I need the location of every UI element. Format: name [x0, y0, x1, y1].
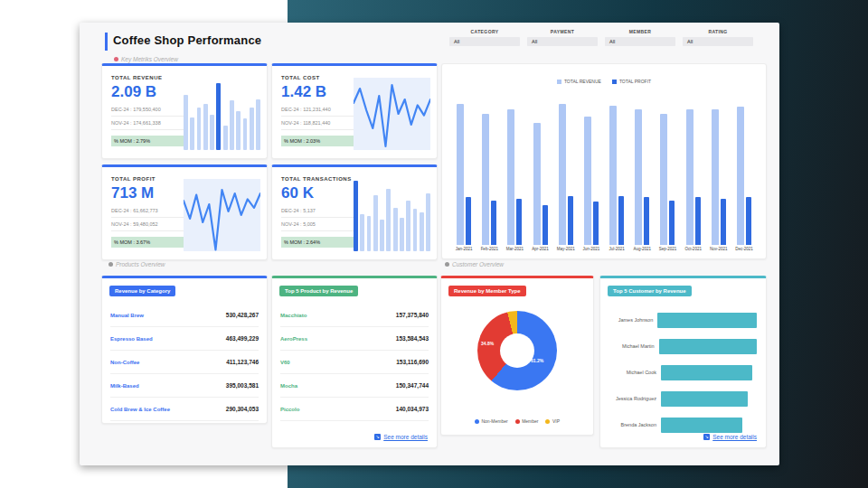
- revenue-bar[interactable]: [457, 104, 464, 245]
- x-axis-label: Aug-2021: [629, 247, 655, 251]
- bar-group-Apr-2021[interactable]: [528, 99, 553, 245]
- legend-swatch-profit-icon: [612, 80, 617, 84]
- revenue-bar[interactable]: [559, 104, 566, 245]
- revenue-bar[interactable]: [609, 106, 617, 245]
- revenue-bar[interactable]: [686, 109, 693, 245]
- revenue-bar[interactable]: [660, 114, 667, 245]
- kpi-value: 713 M: [111, 184, 154, 202]
- x-axis-label: Jan-2021: [451, 247, 476, 251]
- table-row: Macchiato157,375,840: [280, 304, 429, 327]
- top-customer-card: Top 5 Customer by Revenue James JohnsonM…: [599, 276, 767, 448]
- profit-bar[interactable]: [669, 201, 675, 245]
- customer-name: Brenda Jackson: [608, 422, 661, 428]
- spark-bar: [216, 83, 221, 150]
- donut-legend: Non-Member Member VIP: [441, 418, 593, 424]
- profit-bar[interactable]: [695, 197, 701, 245]
- kpi-current-month: DEC-24 : 121,231,440: [281, 107, 355, 117]
- customer-revenue-bar[interactable]: [657, 313, 757, 328]
- profit-bar[interactable]: [721, 199, 726, 245]
- customer-revenue-bar[interactable]: [661, 391, 748, 407]
- chart-plot-area: [451, 99, 757, 245]
- title-accent-bar: [105, 33, 108, 51]
- bar-group-Nov-2021[interactable]: [706, 99, 731, 245]
- customer-revenue-bar[interactable]: [661, 418, 742, 433]
- bar-group-Jul-2021[interactable]: [604, 99, 629, 245]
- spark-bar: [380, 220, 384, 251]
- profit-bar[interactable]: [568, 196, 573, 245]
- revenue-bar[interactable]: [533, 123, 541, 245]
- bar-group-May-2021[interactable]: [553, 99, 579, 245]
- legend-member: Member: [515, 418, 539, 424]
- kpi-mom-change: % MOM : 2.64%: [281, 237, 356, 248]
- revenue-bar[interactable]: [482, 114, 489, 245]
- revenue-sparkline-bars[interactable]: [184, 78, 260, 150]
- filter-rating: RATING All: [683, 29, 753, 46]
- bar-group-Sep-2021[interactable]: [655, 99, 680, 245]
- profit-bar[interactable]: [593, 202, 599, 245]
- dashboard: Coffee Shop Performance Key Metriks Over…: [80, 23, 779, 465]
- revenue-bar[interactable]: [584, 117, 591, 245]
- customer-see-more-link[interactable]: ↘ See more details: [703, 434, 757, 440]
- cost-sparkline[interactable]: [354, 78, 430, 150]
- customer-revenue-bar[interactable]: [661, 365, 752, 380]
- bar-group-Dec-2021[interactable]: [731, 99, 757, 245]
- member-type-card: Revenue by Member Type 61.2% 34.8% Non-M…: [440, 276, 594, 436]
- filter-rating-dropdown[interactable]: All: [683, 37, 753, 46]
- kpi-value: 1.42 B: [281, 83, 326, 101]
- product-see-more-link[interactable]: ↘ See more details: [374, 434, 428, 440]
- profit-bar[interactable]: [542, 205, 548, 245]
- transactions-sparkline-bars[interactable]: [354, 179, 430, 251]
- revenue-bar[interactable]: [712, 109, 719, 245]
- revenue-by-category-badge: Revenue by Category: [109, 286, 175, 296]
- revenue-bar[interactable]: [507, 109, 514, 245]
- customer-name: Michael Cook: [608, 370, 661, 376]
- filter-payment-dropdown[interactable]: All: [527, 37, 598, 46]
- member-type-donut-chart[interactable]: 61.2% 34.8%: [477, 311, 557, 390]
- spark-bar: [236, 111, 241, 150]
- spark-bar: [203, 104, 208, 150]
- row-value: 290,304,053: [226, 406, 259, 412]
- kpi-mom-change: % MOM : 2.79%: [111, 136, 186, 146]
- table-row: Piccolo140,034,973: [280, 398, 429, 421]
- row-name: Espresso Based: [110, 336, 153, 342]
- spark-bar: [413, 209, 418, 251]
- kpi-mom-change: % MOM : 2.03%: [281, 136, 356, 146]
- bar-group-Mar-2021[interactable]: [502, 99, 527, 245]
- legend-non-member: Non-Member: [475, 418, 508, 424]
- customer-revenue-bar[interactable]: [659, 339, 757, 354]
- profit-bar[interactable]: [644, 197, 649, 245]
- x-axis-label: Feb-2021: [476, 247, 502, 251]
- spark-bar: [256, 99, 260, 150]
- filter-category-dropdown[interactable]: All: [449, 37, 520, 46]
- top-product-badge: Top 5 Product by Revenue: [279, 286, 358, 296]
- x-axis-label: May-2021: [553, 247, 579, 251]
- table-row: V60153,116,690: [280, 351, 429, 374]
- spark-bar: [420, 212, 424, 251]
- revenue-bar[interactable]: [635, 109, 642, 245]
- bar-group-Oct-2021[interactable]: [681, 99, 706, 245]
- filter-payment-label: PAYMENT: [527, 29, 598, 34]
- profit-sparkline[interactable]: [184, 179, 260, 251]
- row-value: 530,428,267: [226, 312, 259, 318]
- external-link-icon: ↘: [703, 434, 710, 440]
- profit-bar[interactable]: [491, 201, 496, 245]
- customer-row: Michael Martin: [608, 333, 757, 360]
- filter-member-label: MEMBER: [605, 29, 675, 34]
- profit-bar[interactable]: [516, 199, 522, 245]
- section-customers: Customer Overview: [445, 261, 504, 267]
- customer-row: Michael Cook: [608, 360, 757, 386]
- bar-group-Aug-2021[interactable]: [629, 99, 655, 245]
- profit-bar[interactable]: [618, 196, 624, 245]
- bar-group-Feb-2021[interactable]: [476, 99, 502, 245]
- row-name: Milk-Based: [110, 383, 139, 389]
- profit-bar[interactable]: [466, 197, 471, 245]
- bar-group-Jun-2021[interactable]: [579, 99, 604, 245]
- revenue-bar[interactable]: [737, 107, 744, 245]
- kpi-current-month: DEC-24 : 179,550,400: [111, 107, 185, 117]
- bar-group-Jan-2021[interactable]: [451, 99, 476, 245]
- table-row: Cold Brew & Ice Coffee290,304,053: [110, 398, 259, 421]
- spark-bar: [386, 189, 391, 251]
- filter-member-dropdown[interactable]: All: [605, 37, 675, 46]
- kpi-total-profit: TOTAL PROFIT 713 M DEC-24 : 61,662,773 N…: [101, 164, 268, 260]
- profit-bar[interactable]: [746, 197, 751, 245]
